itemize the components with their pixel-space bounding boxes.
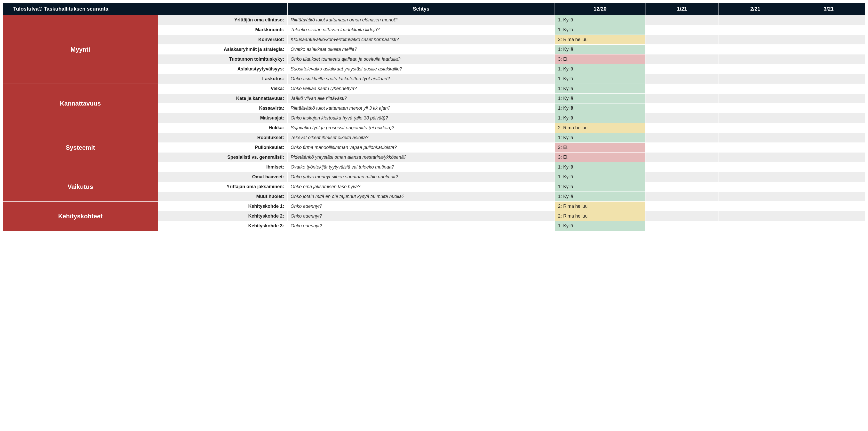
status-cell[interactable] (646, 55, 719, 64)
status-cell[interactable]: 1: Kyllä (555, 133, 646, 143)
status-cell[interactable] (646, 103, 719, 113)
status-cell[interactable] (719, 74, 792, 84)
status-cell[interactable]: 1: Kyllä (555, 94, 646, 103)
status-cell[interactable]: 1: Kyllä (555, 192, 646, 202)
row-desc: Ovatko työntekijät tyytyväisiä vai tulee… (287, 162, 555, 172)
status-cell[interactable]: 3: Ei. (555, 143, 646, 153)
status-cell[interactable] (719, 64, 792, 74)
status-cell[interactable] (646, 45, 719, 55)
status-cell[interactable]: 2: Rima heiluu (555, 211, 646, 221)
status-cell[interactable] (719, 162, 792, 172)
row-label: Spesialisti vs. generalisti: (158, 153, 287, 162)
row-desc: Onko firma mahdollisimman vapaa pullonka… (287, 143, 555, 153)
status-cell[interactable] (719, 123, 792, 133)
status-cell[interactable]: 2: Rima heiluu (555, 123, 646, 133)
status-cell[interactable] (792, 113, 865, 123)
status-cell[interactable] (646, 221, 719, 231)
status-cell[interactable] (792, 143, 865, 153)
status-cell[interactable]: 1: Kyllä (555, 25, 646, 35)
status-cell[interactable] (719, 25, 792, 35)
row-desc: Onko velkaa saatu lyhennettyä? (287, 84, 555, 94)
status-cell[interactable]: 1: Kyllä (555, 15, 646, 25)
row-desc: Riittäävätkö tulot kattamaan oman elämis… (287, 15, 555, 25)
status-cell[interactable] (792, 182, 865, 192)
status-cell[interactable] (719, 133, 792, 143)
status-cell[interactable] (646, 162, 719, 172)
status-cell[interactable] (792, 64, 865, 74)
table-row: KehityskohteetKehityskohde 1:Onko edenny… (3, 202, 865, 211)
status-cell[interactable] (792, 133, 865, 143)
status-cell[interactable] (719, 15, 792, 25)
status-cell[interactable] (646, 133, 719, 143)
status-cell[interactable]: 3: Ei. (555, 55, 646, 64)
status-cell[interactable] (719, 221, 792, 231)
status-cell[interactable] (719, 192, 792, 202)
status-cell[interactable]: 2: Rima heiluu (555, 35, 646, 45)
status-cell[interactable]: 1: Kyllä (555, 103, 646, 113)
status-cell[interactable] (646, 182, 719, 192)
status-cell[interactable] (719, 103, 792, 113)
status-cell[interactable] (792, 84, 865, 94)
row-desc: Onko tilaukset toimitettu ajallaan ja so… (287, 55, 555, 64)
status-cell[interactable] (792, 25, 865, 35)
status-cell[interactable] (646, 172, 719, 182)
header-desc: Selitys (287, 3, 555, 15)
status-cell[interactable]: 1: Kyllä (555, 172, 646, 182)
row-desc: Onko edennyt? (287, 211, 555, 221)
status-cell[interactable] (646, 64, 719, 74)
status-cell[interactable] (792, 153, 865, 162)
status-cell[interactable]: 1: Kyllä (555, 113, 646, 123)
status-cell[interactable]: 1: Kyllä (555, 162, 646, 172)
status-cell[interactable]: 1: Kyllä (555, 74, 646, 84)
status-cell[interactable] (792, 221, 865, 231)
status-cell[interactable] (792, 45, 865, 55)
status-cell[interactable] (646, 202, 719, 211)
status-cell[interactable] (719, 45, 792, 55)
status-cell[interactable] (792, 192, 865, 202)
status-cell[interactable]: 1: Kyllä (555, 221, 646, 231)
status-cell[interactable] (646, 113, 719, 123)
status-cell[interactable] (792, 202, 865, 211)
status-cell[interactable] (719, 113, 792, 123)
status-cell[interactable] (646, 94, 719, 103)
status-cell[interactable] (719, 84, 792, 94)
status-cell[interactable] (646, 74, 719, 84)
status-cell[interactable] (719, 182, 792, 192)
status-cell[interactable]: 2: Rima heiluu (555, 202, 646, 211)
status-cell[interactable]: 3: Ei. (555, 153, 646, 162)
status-cell[interactable]: 1: Kyllä (555, 84, 646, 94)
status-cell[interactable] (792, 15, 865, 25)
status-cell[interactable] (719, 143, 792, 153)
status-cell[interactable]: 1: Kyllä (555, 182, 646, 192)
status-cell[interactable] (646, 15, 719, 25)
status-cell[interactable] (719, 55, 792, 64)
status-cell[interactable] (792, 211, 865, 221)
status-cell[interactable] (646, 35, 719, 45)
status-cell[interactable] (719, 94, 792, 103)
status-cell[interactable] (719, 153, 792, 162)
status-cell[interactable] (646, 153, 719, 162)
status-cell[interactable] (792, 74, 865, 84)
status-cell[interactable] (719, 172, 792, 182)
status-cell[interactable]: 1: Kyllä (555, 64, 646, 74)
status-cell[interactable] (646, 192, 719, 202)
row-label: Tuotannon toimituskyky: (158, 55, 287, 64)
status-cell[interactable] (792, 103, 865, 113)
status-cell[interactable] (792, 94, 865, 103)
table-body: MyyntiYrittäjän oma elintaso:Riittäävätk… (3, 15, 865, 231)
status-cell[interactable] (646, 143, 719, 153)
status-cell[interactable] (792, 162, 865, 172)
status-cell[interactable] (719, 35, 792, 45)
status-cell[interactable] (719, 202, 792, 211)
status-cell[interactable] (719, 211, 792, 221)
status-cell[interactable] (646, 25, 719, 35)
status-cell[interactable] (646, 123, 719, 133)
status-cell[interactable] (646, 211, 719, 221)
status-cell[interactable] (646, 84, 719, 94)
status-cell[interactable] (792, 55, 865, 64)
status-cell[interactable] (792, 35, 865, 45)
row-desc: Onko asiakkailta saatu laskutettua työt … (287, 74, 555, 84)
status-cell[interactable] (792, 172, 865, 182)
status-cell[interactable] (792, 123, 865, 133)
status-cell[interactable]: 1: Kyllä (555, 45, 646, 55)
